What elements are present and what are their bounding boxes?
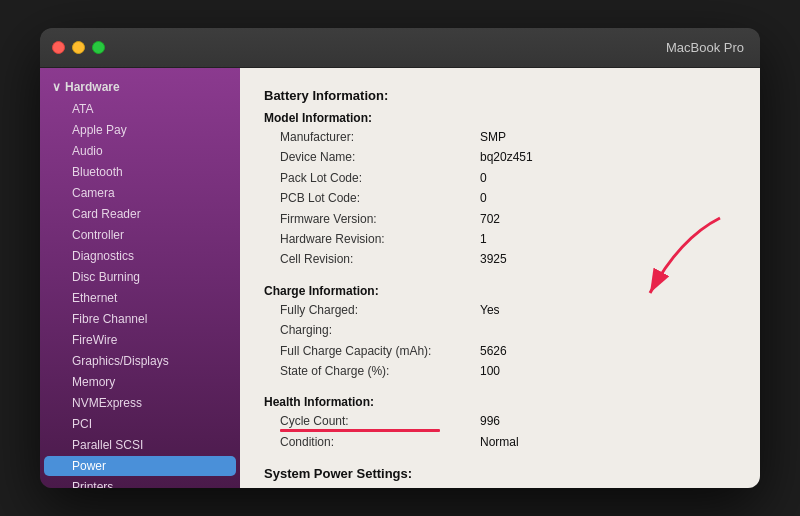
pcb-lot-label: PCB Lot Code: — [280, 188, 480, 208]
sidebar-section-label: Hardware — [65, 80, 120, 94]
sidebar-item-parallelscsi[interactable]: Parallel SCSI — [44, 435, 236, 455]
hardware-rev-row: Hardware Revision: 1 — [280, 229, 736, 249]
minimize-button[interactable] — [72, 41, 85, 54]
sidebar-item-applepay[interactable]: Apple Pay — [44, 120, 236, 140]
battery-info-title: Battery Information: — [264, 88, 736, 103]
condition-value: Normal — [480, 432, 519, 452]
model-info-details: Manufacturer: SMP Device Name: bq20z451 … — [264, 127, 736, 270]
condition-row: Condition: Normal — [280, 432, 736, 452]
charging-label: Charging: — [280, 320, 480, 340]
manufacturer-label: Manufacturer: — [280, 127, 480, 147]
health-info-label: Health Information: — [264, 395, 736, 409]
sidebar: ∨ Hardware ATA Apple Pay Audio Bluetooth… — [40, 68, 240, 488]
device-name-row: Device Name: bq20z451 — [280, 147, 736, 167]
sidebar-item-camera[interactable]: Camera — [44, 183, 236, 203]
content-area: ∨ Hardware ATA Apple Pay Audio Bluetooth… — [40, 68, 760, 488]
cycle-count-highlight — [280, 429, 440, 432]
main-window: MacBook Pro ∨ Hardware ATA Apple Pay Aud… — [40, 28, 760, 488]
hardware-rev-value: 1 — [480, 229, 487, 249]
pack-lot-value: 0 — [480, 168, 487, 188]
cycle-count-row: Cycle Count: 996 — [280, 411, 736, 431]
model-info-group: Model Information: Manufacturer: SMP Dev… — [264, 111, 736, 270]
sidebar-item-diagnostics[interactable]: Diagnostics — [44, 246, 236, 266]
cell-rev-value: 3925 — [480, 249, 507, 269]
maximize-button[interactable] — [92, 41, 105, 54]
fully-charged-label: Fully Charged: — [280, 300, 480, 320]
device-name-label: Device Name: — [280, 147, 480, 167]
sidebar-item-cardreader[interactable]: Card Reader — [44, 204, 236, 224]
charge-info-label: Charge Information: — [264, 284, 736, 298]
cell-rev-label: Cell Revision: — [280, 249, 480, 269]
charging-row: Charging: — [280, 320, 736, 340]
manufacturer-value: SMP — [480, 127, 506, 147]
sidebar-item-printers[interactable]: Printers — [44, 477, 236, 488]
traffic-lights — [52, 41, 105, 54]
cell-rev-row: Cell Revision: 3925 — [280, 249, 736, 269]
sidebar-item-power[interactable]: Power — [44, 456, 236, 476]
health-info-group: Health Information: Cycle Count: 996 Con… — [264, 395, 736, 452]
sidebar-item-discburning[interactable]: Disc Burning — [44, 267, 236, 287]
firmware-value: 702 — [480, 209, 500, 229]
sidebar-item-audio[interactable]: Audio — [44, 141, 236, 161]
full-charge-row: Full Charge Capacity (mAh): 5626 — [280, 341, 736, 361]
cycle-count-value: 996 — [480, 411, 500, 431]
firmware-row: Firmware Version: 702 — [280, 209, 736, 229]
system-power-title: System Power Settings: — [264, 466, 736, 481]
sidebar-item-ethernet[interactable]: Ethernet — [44, 288, 236, 308]
device-name-value: bq20z451 — [480, 147, 533, 167]
health-info-details: Cycle Count: 996 Condition: Normal — [264, 411, 736, 452]
firmware-label: Firmware Version: — [280, 209, 480, 229]
sidebar-item-firewire[interactable]: FireWire — [44, 330, 236, 350]
sidebar-section-hardware[interactable]: ∨ Hardware — [40, 76, 240, 98]
full-charge-label: Full Charge Capacity (mAh): — [280, 341, 480, 361]
pcb-lot-row: PCB Lot Code: 0 — [280, 188, 736, 208]
fully-charged-value: Yes — [480, 300, 500, 320]
state-charge-value: 100 — [480, 361, 500, 381]
pack-lot-row: Pack Lot Code: 0 — [280, 168, 736, 188]
sidebar-item-memory[interactable]: Memory — [44, 372, 236, 392]
chevron-icon: ∨ — [52, 80, 61, 94]
window-title: MacBook Pro — [666, 40, 744, 55]
sidebar-item-pci[interactable]: PCI — [44, 414, 236, 434]
sidebar-item-fibrechannel[interactable]: Fibre Channel — [44, 309, 236, 329]
condition-label: Condition: — [280, 432, 480, 452]
main-content: Battery Information: Model Information: … — [240, 68, 760, 488]
hardware-rev-label: Hardware Revision: — [280, 229, 480, 249]
model-info-label: Model Information: — [264, 111, 736, 125]
close-button[interactable] — [52, 41, 65, 54]
full-charge-value: 5626 — [480, 341, 507, 361]
pack-lot-label: Pack Lot Code: — [280, 168, 480, 188]
charge-info-group: Charge Information: Fully Charged: Yes C… — [264, 284, 736, 382]
sidebar-item-bluetooth[interactable]: Bluetooth — [44, 162, 236, 182]
titlebar: MacBook Pro — [40, 28, 760, 68]
charge-info-details: Fully Charged: Yes Charging: Full Charge… — [264, 300, 736, 382]
manufacturer-row: Manufacturer: SMP — [280, 127, 736, 147]
pcb-lot-value: 0 — [480, 188, 487, 208]
state-charge-row: State of Charge (%): 100 — [280, 361, 736, 381]
sidebar-item-nvmexpress[interactable]: NVMExpress — [44, 393, 236, 413]
sidebar-item-controller[interactable]: Controller — [44, 225, 236, 245]
sidebar-item-ata[interactable]: ATA — [44, 99, 236, 119]
fully-charged-row: Fully Charged: Yes — [280, 300, 736, 320]
state-charge-label: State of Charge (%): — [280, 361, 480, 381]
sidebar-item-graphicsdisplays[interactable]: Graphics/Displays — [44, 351, 236, 371]
